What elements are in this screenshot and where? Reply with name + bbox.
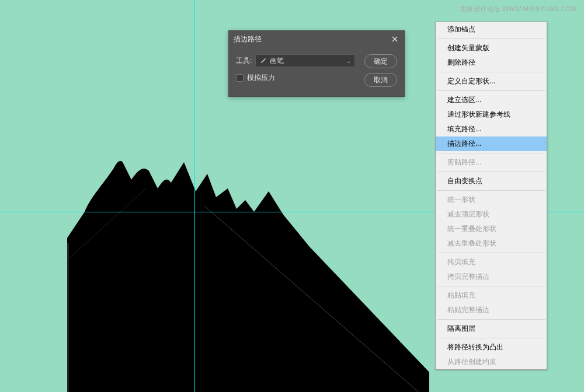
menu-item: 减去顶层形状 bbox=[436, 207, 547, 222]
tool-select[interactable]: 画笔 ⌄ bbox=[255, 54, 355, 67]
menu-item[interactable]: 建立选区... bbox=[436, 93, 547, 107]
menu-item: 统一重叠处形状 bbox=[436, 222, 547, 236]
guide-vertical bbox=[194, 0, 195, 392]
simulate-pressure-label: 模拟压力 bbox=[247, 73, 275, 83]
menu-item[interactable]: 删除路径 bbox=[436, 55, 547, 70]
menu-item: 粘贴填充 bbox=[436, 288, 547, 303]
menu-separator bbox=[437, 72, 545, 72]
menu-item[interactable]: 添加锚点 bbox=[436, 22, 547, 37]
menu-separator bbox=[437, 190, 545, 191]
menu-item: 剪贴路径... bbox=[436, 155, 547, 170]
chevron-down-icon: ⌄ bbox=[346, 58, 351, 64]
close-icon[interactable] bbox=[390, 34, 399, 44]
menu-separator bbox=[437, 38, 545, 39]
menu-item: 从路径创建约束 bbox=[436, 355, 547, 369]
menu-item: 减去重叠处形状 bbox=[436, 236, 547, 251]
menu-item[interactable]: 自由变换点 bbox=[436, 174, 547, 188]
menu-separator bbox=[437, 286, 545, 286]
menu-separator bbox=[437, 90, 545, 91]
tool-label: 工具: bbox=[236, 56, 252, 66]
stroke-path-dialog: 描边路径 工具: 画笔 ⌄ 模拟压力 bbox=[228, 30, 405, 97]
menu-separator bbox=[437, 153, 545, 153]
menu-item: 拷贝完整描边 bbox=[436, 270, 547, 284]
simulate-pressure-checkbox[interactable] bbox=[236, 74, 244, 82]
menu-separator bbox=[437, 172, 545, 172]
brush-icon bbox=[259, 57, 266, 64]
dialog-buttons: 确定 取消 bbox=[361, 54, 397, 87]
menu-separator bbox=[437, 338, 545, 338]
menu-item[interactable]: 填充路径... bbox=[436, 122, 547, 136]
tool-row: 工具: 画笔 ⌄ bbox=[236, 54, 355, 67]
ok-button[interactable]: 确定 bbox=[364, 54, 397, 68]
context-menu: 添加锚点创建矢量蒙版删除路径定义自定形状...建立选区...通过形状新建参考线填… bbox=[435, 22, 547, 370]
tool-value: 画笔 bbox=[270, 56, 284, 66]
black-shape bbox=[67, 156, 429, 392]
menu-item[interactable]: 描边路径... bbox=[436, 136, 547, 151]
dialog-body: 工具: 画笔 ⌄ 模拟压力 确定 取消 bbox=[229, 47, 404, 96]
cancel-button[interactable]: 取消 bbox=[364, 73, 397, 87]
dialog-content: 工具: 画笔 ⌄ 模拟压力 bbox=[236, 54, 355, 87]
dialog-title: 描边路径 bbox=[234, 34, 262, 44]
simulate-pressure-row: 模拟压力 bbox=[236, 73, 355, 83]
menu-item: 粘贴完整描边 bbox=[436, 303, 547, 317]
menu-item[interactable]: 通过形状新建参考线 bbox=[436, 107, 547, 122]
menu-item: 统一形状 bbox=[436, 192, 547, 207]
menu-item[interactable]: 定义自定形状... bbox=[436, 74, 547, 89]
menu-item[interactable]: 创建矢量蒙版 bbox=[436, 41, 547, 55]
dialog-titlebar[interactable]: 描边路径 bbox=[229, 31, 404, 47]
menu-separator bbox=[437, 253, 545, 253]
watermark: 思缘设计论坛 WWW.MISSYUAN.COM bbox=[460, 5, 577, 13]
menu-item[interactable]: 隔离图层 bbox=[436, 321, 547, 336]
menu-item: 拷贝填充 bbox=[436, 255, 547, 270]
menu-separator bbox=[437, 319, 545, 320]
menu-item[interactable]: 将路径转换为凸出 bbox=[436, 340, 547, 355]
